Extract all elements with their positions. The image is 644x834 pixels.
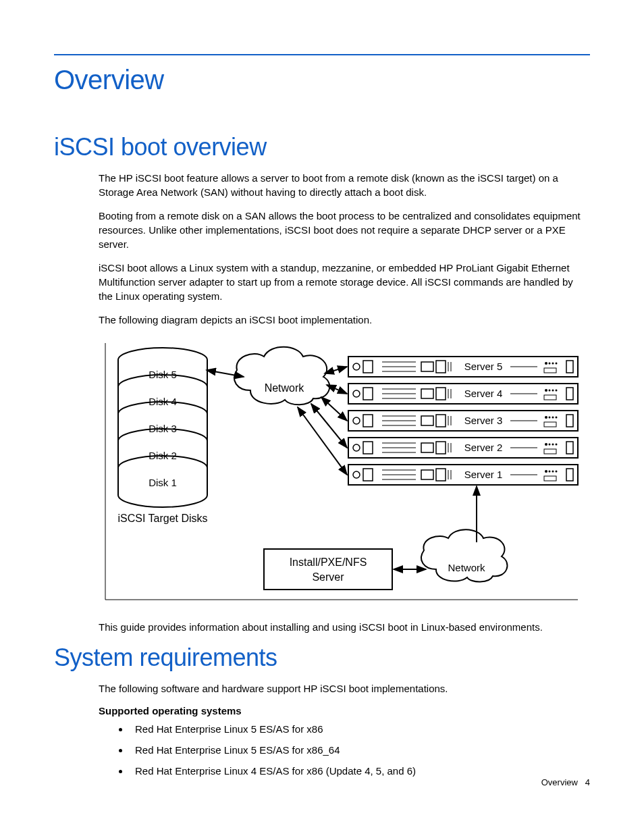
cloud-icon [421, 529, 507, 581]
server-row: Server 5 [348, 357, 578, 377]
subheading: Supported operating systems [99, 705, 587, 716]
os-list: Red Hat Enterprise Linux 5 ES/AS for x86… [99, 722, 587, 778]
disk-stack: Disk 5 Disk 4 Disk 3 [118, 348, 207, 507]
server-row: Server 1 [348, 465, 578, 485]
disk-label: Disk 5 [149, 369, 177, 380]
network-bottom-label: Network [448, 562, 485, 573]
svg-point-23 [556, 363, 558, 365]
svg-point-54 [545, 416, 547, 419]
svg-point-73 [552, 444, 554, 446]
iscsi-diagram: Disk 5 Disk 4 Disk 3 [99, 336, 587, 609]
svg-point-37 [545, 389, 547, 392]
para: The HP iSCSI boot feature allows a serve… [99, 171, 587, 199]
cloud-icon [234, 347, 329, 405]
svg-point-72 [549, 444, 551, 446]
svg-point-56 [552, 417, 554, 419]
svg-line-96 [321, 397, 347, 421]
server-label: Server 1 [464, 469, 503, 480]
install-box [264, 549, 392, 590]
server-row: Server 2 [348, 438, 578, 458]
svg-point-89 [549, 471, 551, 473]
svg-point-71 [545, 443, 547, 446]
disk-label: Disk 3 [149, 423, 177, 434]
footer-section: Overview [541, 777, 578, 787]
server-label: Server 4 [464, 388, 503, 399]
svg-point-88 [545, 470, 547, 473]
svg-point-40 [556, 390, 558, 392]
para: The following diagram depicts an iSCSI b… [99, 313, 587, 327]
svg-point-91 [556, 471, 558, 473]
svg-point-39 [552, 390, 554, 392]
disks-caption: iSCSI Target Disks [117, 513, 207, 524]
para: Booting from a remote disk on a SAN allo… [99, 209, 587, 251]
list-item: Red Hat Enterprise Linux 5 ES/AS for x86… [130, 743, 587, 757]
svg-point-38 [549, 390, 551, 392]
svg-point-90 [552, 471, 554, 473]
para: iSCSI boot allows a Linux system with a … [99, 261, 587, 303]
svg-line-97 [311, 404, 347, 448]
list-item: Red Hat Enterprise Linux 5 ES/AS for x86 [130, 722, 587, 736]
svg-line-94 [325, 367, 347, 373]
network-top-label: Network [265, 382, 305, 394]
server-label: Server 3 [464, 415, 503, 426]
footer-page: 4 [585, 777, 590, 787]
server-label: Server 2 [464, 442, 503, 453]
svg-point-22 [552, 363, 554, 365]
server-rack: Server 5 [348, 357, 578, 485]
server-label: Server 5 [464, 361, 503, 372]
svg-point-21 [549, 363, 551, 365]
disk-label: Disk 4 [149, 396, 177, 407]
disk-label: Disk 2 [149, 450, 177, 461]
list-item: Red Hat Enterprise Linux 4 ES/AS for x86… [130, 764, 587, 778]
svg-point-57 [556, 417, 558, 419]
para: The following software and hardware supp… [99, 681, 587, 696]
top-rule [54, 54, 590, 55]
section-heading-sysreq: System requirements [54, 644, 590, 672]
svg-point-20 [545, 362, 547, 365]
page-footer: Overview 4 [541, 777, 590, 787]
para: This guide provides information about in… [99, 620, 587, 634]
install-label1: Install/PXE/NFS [290, 556, 367, 568]
svg-point-74 [556, 444, 558, 446]
svg-point-55 [549, 417, 551, 419]
section-heading-iscsi: iSCSI boot overview [54, 133, 590, 161]
page-title: Overview [54, 65, 590, 95]
disk-label: Disk 1 [149, 477, 177, 488]
server-row: Server 4 [348, 384, 578, 404]
install-label2: Server [312, 571, 344, 583]
server-row: Server 3 [348, 411, 578, 431]
